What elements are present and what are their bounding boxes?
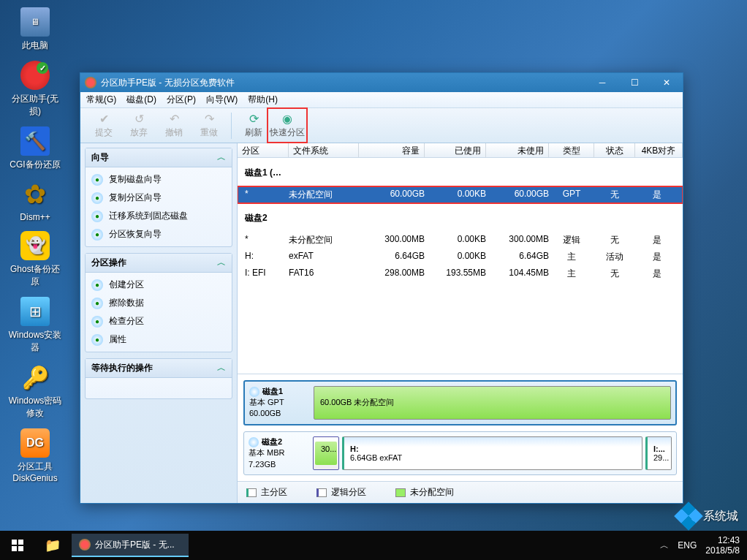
refresh-button[interactable]: ⟳刷新: [236, 110, 271, 140]
wizard-panel-title: 向导: [91, 151, 109, 164]
disk2-seg-i[interactable]: I:... 29...: [645, 436, 672, 470]
disk1-graph[interactable]: 磁盘1 基本 GPT 60.00GB 60.00GB 未分配空间: [243, 380, 677, 425]
col-status[interactable]: 状态: [594, 143, 635, 157]
legend-unalloc-swatch: [395, 488, 406, 497]
desktop-icon-Ghost备份还原[interactable]: 👻Ghost备份还原: [7, 231, 63, 288]
panel-item[interactable]: ●迁移系统到固态磁盘: [87, 207, 230, 225]
menu-item[interactable]: 磁盘(D): [126, 94, 156, 106]
partition-row[interactable]: *未分配空间300.00MB0.00KB300.00MB逻辑无是: [238, 232, 683, 249]
maximize-button[interactable]: ☐: [618, 73, 651, 92]
app-icon: 🔑: [20, 363, 50, 392]
col-used[interactable]: 已使用: [425, 143, 486, 157]
col-filesystem[interactable]: 文件系统: [289, 143, 359, 157]
legend: 主分区 逻辑分区 未分配空间: [238, 481, 683, 503]
panel-item[interactable]: ●复制分区向导: [87, 189, 230, 207]
operations-panel: 分区操作︿ ●创建分区●擦除数据●检查分区●属性: [85, 253, 232, 352]
app-icon: 🔨: [20, 126, 50, 156]
collapse-icon[interactable]: ︿: [217, 362, 226, 374]
start-button[interactable]: [0, 531, 35, 560]
menu-item[interactable]: 常规(G): [86, 94, 116, 106]
svg-rect-2: [12, 546, 17, 551]
partition-list: 磁盘1 (… *未分配空间60.00GB0.00KB60.00GBGPT无是 磁…: [238, 158, 683, 282]
col-4k-align[interactable]: 4KB对齐: [635, 143, 683, 157]
panel-item[interactable]: ●擦除数据: [87, 294, 230, 312]
menu-item[interactable]: 向导(W): [206, 94, 238, 106]
wizard-icon: ●: [91, 316, 103, 328]
svg-rect-0: [12, 540, 17, 545]
partition-row[interactable]: *未分配空间60.00GB0.00KB60.00GBGPT无是: [238, 186, 683, 203]
disk2-graph[interactable]: 磁盘2 基本 MBR 7.23GB 30... H: 6.64GB exFAT: [243, 431, 677, 475]
app-icon: ⊞: [20, 297, 50, 326]
legend-primary-swatch: [246, 488, 257, 497]
pending-panel: 等待执行的操作︿: [85, 358, 232, 399]
app-icon: 🖥: [20, 7, 50, 37]
tray-clock[interactable]: 12:43 2018/5/8: [705, 535, 740, 556]
undo-button[interactable]: ↶撤销: [156, 110, 192, 140]
disk1-unallocated-seg[interactable]: 60.00GB 未分配空间: [314, 386, 671, 420]
tray-up-icon[interactable]: ︿: [660, 540, 669, 552]
watermark-logo-icon: [674, 502, 703, 531]
panel-item[interactable]: ●创建分区: [87, 276, 230, 294]
wizard-icon: ●: [91, 211, 103, 222]
desktop-icon-Windows密码修改[interactable]: 🔑Windows密码修改: [7, 363, 63, 420]
collapse-icon[interactable]: ︿: [217, 257, 226, 269]
disk1-title[interactable]: 磁盘1 (…: [238, 158, 683, 186]
collapse-icon[interactable]: ︿: [217, 151, 226, 164]
wizard-icon: ●: [91, 174, 103, 186]
partition-assistant-window: 分区助手PE版 - 无损分区免费软件 ─ ☐ ✕ 常规(G)磁盘(D)分区(P)…: [80, 72, 683, 504]
menu-item[interactable]: 分区(P): [167, 94, 196, 106]
menu-item[interactable]: 帮助(H): [248, 94, 278, 106]
app-icon: DG: [20, 428, 50, 458]
main-area: 分区 文件系统 容量 已使用 未使用 类型 状态 4KB对齐 磁盘1 (… *未…: [238, 143, 683, 503]
partition-row[interactable]: H:exFAT6.64GB0.00KB6.64GB主活动是: [238, 249, 683, 265]
system-tray: ︿ ENG 12:43 2018/5/8: [653, 535, 747, 556]
desktop-icon-分区工具DiskGenius[interactable]: DG分区工具DiskGenius: [7, 428, 63, 483]
app-icon: [20, 61, 50, 90]
panel-item[interactable]: ●复制磁盘向导: [87, 170, 230, 189]
wizard-icon: ●: [91, 298, 103, 309]
quick-partition-highlight: ◉快速分区: [267, 107, 308, 143]
col-type[interactable]: 类型: [549, 143, 594, 157]
col-free[interactable]: 未使用: [486, 143, 549, 157]
wizard-icon: ●: [91, 334, 103, 346]
discard-button[interactable]: ↺放弃: [121, 110, 156, 140]
pending-panel-title: 等待执行的操作: [91, 362, 153, 374]
app-icon: ✿: [20, 180, 50, 209]
app-icon: 👻: [20, 231, 50, 260]
svg-rect-1: [18, 540, 23, 545]
disk-icon: [249, 437, 259, 447]
tray-lang[interactable]: ENG: [678, 540, 697, 550]
taskbar-app-partition-assistant[interactable]: 分区助手PE版 - 无...: [72, 534, 189, 557]
disk2-title[interactable]: 磁盘2: [238, 203, 683, 232]
col-partition[interactable]: 分区: [238, 143, 289, 157]
partition-row[interactable]: I: EFIFAT16298.00MB193.55MB104.45MB主无是: [238, 265, 683, 282]
desktop-icon-Dism++[interactable]: ✿Dism++: [7, 180, 63, 222]
legend-logical-swatch: [316, 488, 327, 497]
close-button[interactable]: ✕: [651, 73, 683, 92]
titlebar[interactable]: 分区助手PE版 - 无损分区免费软件 ─ ☐ ✕: [80, 73, 683, 92]
desktop-icon-CGI备份还原[interactable]: 🔨CGI备份还原: [7, 126, 63, 171]
quick-partition-button[interactable]: ◉快速分区: [270, 110, 305, 140]
disk2-seg-a[interactable]: 30...: [313, 436, 339, 470]
panel-item[interactable]: ●分区恢复向导: [87, 225, 230, 243]
file-explorer-taskbar-icon[interactable]: 📁: [35, 531, 70, 560]
commit-button[interactable]: ✔提交: [86, 110, 121, 140]
desktop-icon-此电脑[interactable]: 🖥此电脑: [7, 7, 63, 52]
partition-list-header: 分区 文件系统 容量 已使用 未使用 类型 状态 4KB对齐: [238, 143, 683, 158]
panel-item[interactable]: ●属性: [87, 330, 230, 349]
redo-button[interactable]: ↷重做: [192, 110, 227, 140]
menu-bar: 常规(G)磁盘(D)分区(P)向导(W)帮助(H): [80, 92, 683, 108]
toolbar: ✔提交 ↺放弃 ↶撤销 ↷重做 ⟳刷新 ◉快速分区: [80, 108, 683, 143]
operations-panel-title: 分区操作: [91, 257, 126, 269]
minimize-button[interactable]: ─: [586, 73, 618, 92]
panel-item[interactable]: ●检查分区: [87, 312, 230, 330]
col-capacity[interactable]: 容量: [359, 143, 425, 157]
window-title: 分区助手PE版 - 无损分区免费软件: [101, 77, 586, 89]
disk-icon: [249, 387, 259, 397]
desktop-icons: 🖥此电脑分区助手(无损)🔨CGI备份还原✿Dism++👻Ghost备份还原⊞Wi…: [7, 7, 66, 492]
disk2-seg-h[interactable]: H: 6.64GB exFAT: [342, 436, 642, 470]
desktop-icon-分区助手(无损)[interactable]: 分区助手(无损): [7, 61, 63, 118]
taskbar: 📁 分区助手PE版 - 无... ︿ ENG 12:43 2018/5/8: [0, 531, 747, 560]
app-icon: [79, 539, 91, 550]
desktop-icon-Windows安装器[interactable]: ⊞Windows安装器: [7, 297, 63, 354]
